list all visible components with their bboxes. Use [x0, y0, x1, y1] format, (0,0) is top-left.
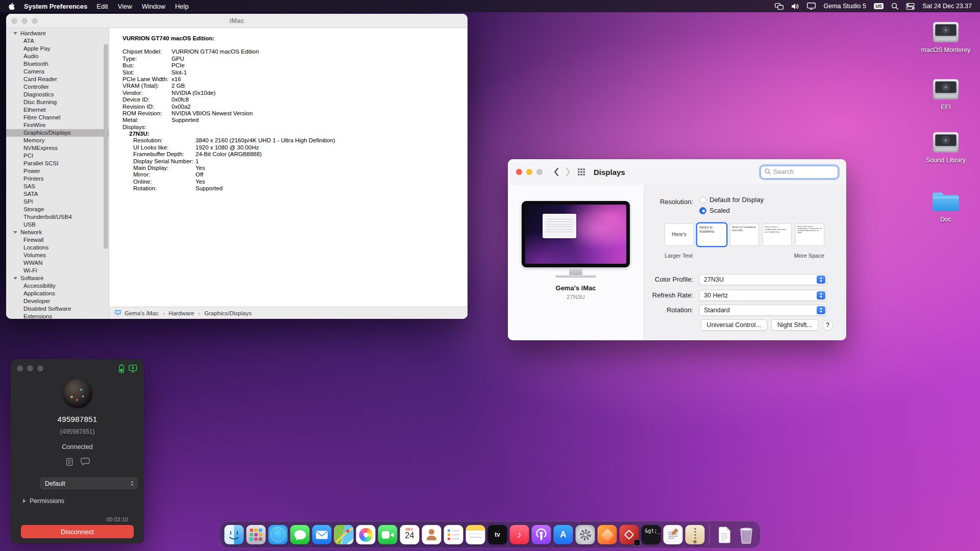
sidebar-item[interactable]: Parallel SCSI: [6, 160, 109, 167]
sidebar-item[interactable]: Firewall: [6, 236, 109, 244]
dock-photos-icon[interactable]: [356, 525, 376, 544]
sidebar-item[interactable]: Graphics/Displays: [6, 129, 109, 137]
dock-reminders-icon[interactable]: [444, 525, 463, 544]
dock-tv-icon[interactable]: tv: [488, 525, 507, 544]
display-preview[interactable]: [522, 201, 630, 267]
dock-safari-icon[interactable]: [268, 525, 288, 544]
help-button[interactable]: ?: [822, 320, 833, 331]
sidebar-item[interactable]: Power: [6, 167, 109, 175]
search-input[interactable]: [773, 168, 834, 176]
sidebar-item[interactable]: Storage: [6, 206, 109, 213]
search-field[interactable]: [761, 166, 838, 179]
sysinfo-titlebar[interactable]: iMac: [6, 14, 468, 28]
breadcrumb-computer[interactable]: Gema's iMac: [125, 310, 159, 316]
dock-app-store-icon[interactable]: A: [554, 525, 573, 544]
sidebar-item[interactable]: SATA: [6, 190, 109, 198]
scaled-resolution-option[interactable]: Here's to the crazy on troublemakers. Th…: [795, 223, 824, 246]
sidebar-item[interactable]: Accessibility: [6, 282, 109, 290]
display-name-status[interactable]: Gema Studio 5: [823, 3, 866, 10]
night-shift-button[interactable]: Night Shift...: [771, 319, 818, 331]
universal-control-button[interactable]: Universal Control...: [701, 319, 767, 331]
dock-music-icon[interactable]: ♪: [510, 525, 529, 544]
sidebar-item[interactable]: Card Reader: [6, 76, 109, 83]
dock-textedit-icon[interactable]: [664, 525, 683, 544]
sidebar-item[interactable]: PCI: [6, 152, 109, 160]
dock-system-preferences-icon[interactable]: [576, 525, 595, 544]
desktop-icon-efi[interactable]: EFI: [919, 78, 973, 111]
sidebar-scrollbar[interactable]: [104, 44, 108, 248]
breadcrumb-item[interactable]: Graphics/Displays: [204, 310, 252, 316]
dock-terminal-icon[interactable]: &gt;_: [642, 525, 661, 544]
apple-menu-icon[interactable]: [8, 3, 15, 10]
dock-messages-icon[interactable]: [290, 525, 310, 544]
minimize-button[interactable]: [27, 365, 33, 371]
dock-contacts-icon[interactable]: [422, 525, 442, 544]
sidebar-item[interactable]: ATA: [6, 37, 109, 45]
sidebar-item[interactable]: Ethernet: [6, 106, 109, 114]
scaled-resolution-option[interactable]: Here's: [665, 223, 694, 246]
sidebar-item[interactable]: Memory: [6, 137, 109, 144]
rotation-dropdown[interactable]: Standard: [699, 305, 827, 316]
chat-icon[interactable]: [81, 458, 90, 468]
forward-button[interactable]: [566, 167, 571, 177]
spotlight-search-icon[interactable]: [891, 3, 898, 10]
sidebar-item[interactable]: Apple Pay: [6, 45, 109, 53]
control-center-icon[interactable]: [906, 3, 915, 10]
menu-bar-clock[interactable]: Sat 24 Dec 23.37: [922, 3, 972, 10]
menu-item[interactable]: Window: [142, 3, 165, 10]
desktop-icon-sound-library[interactable]: Sound Library: [919, 131, 973, 164]
active-app-menu[interactable]: System Preferences: [24, 3, 87, 10]
desktop-icon-doc[interactable]: Doc: [919, 190, 973, 223]
sidebar-item[interactable]: Locations: [6, 244, 109, 252]
scaled-resolution-option[interactable]: Here's to the cr troublemaker ones who s…: [763, 223, 792, 246]
sidebar-item[interactable]: Bluetooth: [6, 60, 109, 68]
file-transfer-icon[interactable]: [65, 458, 74, 468]
dock-archive-utility-icon[interactable]: [685, 525, 705, 544]
screen-mirroring-icon[interactable]: [775, 3, 783, 10]
menu-item[interactable]: Help: [175, 3, 189, 10]
disconnect-button[interactable]: Disconnect: [21, 525, 134, 538]
sidebar-item[interactable]: Applications: [6, 290, 109, 297]
desktop-icon-macos-monterey[interactable]: macOS Monterey: [919, 20, 973, 54]
sidebar-item[interactable]: USB: [6, 221, 109, 229]
dock-mail-icon[interactable]: [312, 525, 332, 544]
sidebar-item[interactable]: WWAN: [6, 259, 109, 267]
radio-scaled[interactable]: Scaled: [699, 207, 730, 214]
dock-red-diamond-app-icon[interactable]: [620, 525, 639, 544]
displays-toolbar[interactable]: Displays: [508, 159, 846, 185]
profile-dropdown[interactable]: Default: [40, 478, 137, 489]
permissions-disclosure[interactable]: Permissions: [23, 497, 64, 505]
close-button[interactable]: [516, 169, 522, 175]
sidebar-item[interactable]: NVMExpress: [6, 144, 109, 152]
breadcrumb-category[interactable]: Hardware: [169, 310, 194, 316]
sidebar-item[interactable]: Controller: [6, 83, 109, 91]
dock-maps-icon[interactable]: [334, 525, 354, 544]
sidebar-item[interactable]: Extensions: [6, 313, 109, 319]
menu-item[interactable]: View: [118, 3, 132, 10]
dock-facetime-icon[interactable]: [378, 525, 398, 544]
sidebar-item[interactable]: Volumes: [6, 252, 109, 259]
close-button[interactable]: [17, 365, 23, 371]
sidebar-item[interactable]: Fibre Channel: [6, 114, 109, 121]
sidebar-item[interactable]: SAS: [6, 183, 109, 190]
sidebar-item[interactable]: Camera: [6, 68, 109, 76]
input-source-badge[interactable]: US: [874, 3, 884, 9]
sidebar-item[interactable]: Diagnostics: [6, 91, 109, 98]
sidebar-item[interactable]: Disc Burning: [6, 98, 109, 106]
sidebar-section-hardware[interactable]: Hardware: [6, 30, 109, 37]
scaled-resolution-option[interactable]: Here's to t troublema ones who: [730, 223, 759, 246]
display-icon[interactable]: [807, 3, 816, 10]
radio-icon[interactable]: [699, 196, 706, 204]
radio-default-for-display[interactable]: Default for Display: [699, 196, 764, 204]
color-profile-dropdown[interactable]: 27N3U: [699, 274, 827, 285]
sidebar-item[interactable]: Disabled Software: [6, 305, 109, 313]
sidebar-item[interactable]: SPI: [6, 198, 109, 206]
dock-finder-icon[interactable]: [225, 525, 244, 544]
dock-podcasts-icon[interactable]: [532, 525, 551, 544]
back-button[interactable]: [553, 167, 559, 177]
dock-trash-icon[interactable]: [737, 525, 756, 544]
show-all-preferences-icon[interactable]: [578, 168, 585, 176]
sidebar-item[interactable]: FireWire: [6, 121, 109, 129]
dock-calendar-icon[interactable]: DEC 24: [400, 525, 420, 544]
dock-documents-icon[interactable]: [715, 525, 734, 544]
